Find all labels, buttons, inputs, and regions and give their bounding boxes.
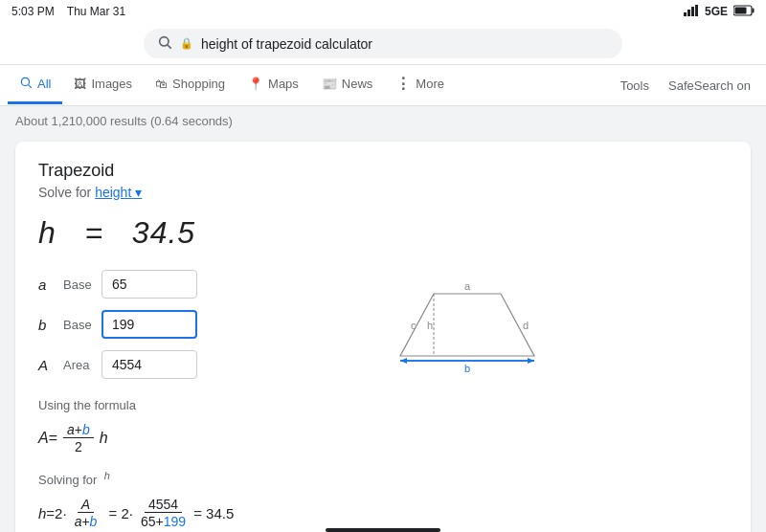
field-row-b: b Base xyxy=(38,310,197,339)
input-fields: a Base b Base A Area xyxy=(38,270,197,379)
calculator-card: Trapezoid Solve for height ▾ h = 34.5 a … xyxy=(15,142,751,532)
field-input-a[interactable] xyxy=(101,270,197,299)
field-row-a: a Base xyxy=(38,270,197,299)
images-icon: 🖼 xyxy=(74,77,86,91)
field-label-a: Base xyxy=(63,277,92,292)
tab-tools[interactable]: Tools xyxy=(609,69,661,102)
tab-more[interactable]: ⋮ More xyxy=(384,65,456,105)
tab-shopping[interactable]: 🛍 Shopping xyxy=(144,67,237,103)
formula-h: h xyxy=(100,430,108,447)
search-box[interactable]: 🔒 height of trapezoid calculator xyxy=(144,29,622,58)
sol-mid-eq: = 2· xyxy=(104,505,133,521)
formula-fraction: a+b 2 xyxy=(63,422,94,454)
shopping-icon: 🛍 xyxy=(155,77,168,91)
svg-marker-20 xyxy=(400,358,407,364)
svg-line-10 xyxy=(29,85,32,88)
card-title: Trapezoid xyxy=(38,161,728,181)
tab-images[interactable]: 🖼 Images xyxy=(62,67,144,103)
svg-text:a: a xyxy=(464,280,471,292)
sol-fraction-1: A a+b xyxy=(71,497,101,529)
svg-point-7 xyxy=(160,37,169,46)
svg-marker-21 xyxy=(528,358,534,364)
svg-line-8 xyxy=(168,45,171,49)
svg-rect-5 xyxy=(753,8,755,12)
field-label-A: Area xyxy=(63,358,92,372)
svg-point-9 xyxy=(21,78,29,85)
search-bar-row: 🔒 height of trapezoid calculator xyxy=(0,23,766,65)
results-info: About 1,210,000 results (0.64 seconds) xyxy=(0,106,766,136)
sol-numer-val: 4554 xyxy=(145,497,182,513)
formula-display: A= a+b 2 h xyxy=(38,422,728,454)
svg-rect-2 xyxy=(691,7,694,16)
formula-denom: 2 xyxy=(71,439,86,454)
tab-all[interactable]: All xyxy=(8,66,62,104)
formula-title: Using the formula xyxy=(38,398,728,412)
svg-rect-1 xyxy=(687,10,690,16)
field-var-b: b xyxy=(38,317,54,333)
more-dots-icon: ⋮ xyxy=(395,75,411,93)
search-query: height of trapezoid calculator xyxy=(201,36,372,52)
field-var-a: a xyxy=(38,277,54,293)
svg-text:h: h xyxy=(427,320,433,331)
formula-A-eq: A= xyxy=(38,430,57,447)
svg-marker-11 xyxy=(400,294,534,356)
svg-text:d: d xyxy=(523,320,529,331)
field-input-A[interactable] xyxy=(101,350,197,379)
tab-maps[interactable]: 📍 Maps xyxy=(237,67,310,103)
sol-fraction-2: 4554 65+199 xyxy=(137,497,190,529)
time: 5:03 PM xyxy=(11,5,55,18)
svg-rect-6 xyxy=(735,7,747,13)
formula-numer: a+b xyxy=(63,422,94,438)
svg-text:b: b xyxy=(464,363,470,374)
svg-rect-3 xyxy=(695,5,698,16)
solve-for-row: Solve for height ▾ xyxy=(38,185,728,200)
search-icon xyxy=(157,34,172,53)
result-display: h = 34.5 xyxy=(38,215,728,251)
safesearch-label: SafeSearch on xyxy=(661,69,758,102)
formula-section: Using the formula A= a+b 2 h Solving for… xyxy=(38,398,728,529)
network-label: 5GE xyxy=(705,5,728,18)
all-icon xyxy=(19,76,33,92)
sol-numer-A: A xyxy=(78,497,94,513)
news-icon: 📰 xyxy=(322,77,337,91)
status-right: 5GE xyxy=(684,5,755,19)
maps-icon: 📍 xyxy=(248,77,263,91)
signal-icon xyxy=(684,5,699,19)
field-row-A: A Area xyxy=(38,350,197,379)
solve-for-link[interactable]: height ▾ xyxy=(95,185,142,200)
tab-news[interactable]: 📰 News xyxy=(310,67,385,103)
bottom-bar xyxy=(326,528,440,532)
status-time-date: 5:03 PM Thu Mar 31 xyxy=(11,5,125,18)
sol-h-eq: h=2· xyxy=(38,505,67,521)
nav-tabs: All 🖼 Images 🛍 Shopping 📍 Maps 📰 News ⋮ … xyxy=(0,65,766,106)
field-label-b: Base xyxy=(63,318,92,332)
field-input-b[interactable] xyxy=(101,310,197,339)
sol-final: = 34.5 xyxy=(193,505,234,521)
svg-rect-0 xyxy=(684,12,687,16)
battery-icon xyxy=(733,5,755,19)
svg-text:c: c xyxy=(411,320,417,331)
solving-for-label: Solving for h xyxy=(38,470,728,487)
trapezoid-diagram: a b h c d xyxy=(216,279,728,375)
lock-icon: 🔒 xyxy=(180,37,193,50)
sol-denom-val: 65+199 xyxy=(137,514,190,529)
date: Thu Mar 31 xyxy=(67,5,125,18)
status-bar: 5:03 PM Thu Mar 31 5GE xyxy=(0,0,766,23)
solution-display: h=2· A a+b = 2· 4554 65+199 = 34.5 xyxy=(38,497,728,529)
sol-denom-ab: a+b xyxy=(71,514,101,529)
fields-diagram: a Base b Base A Area xyxy=(38,270,728,379)
field-var-A: A xyxy=(38,357,54,373)
